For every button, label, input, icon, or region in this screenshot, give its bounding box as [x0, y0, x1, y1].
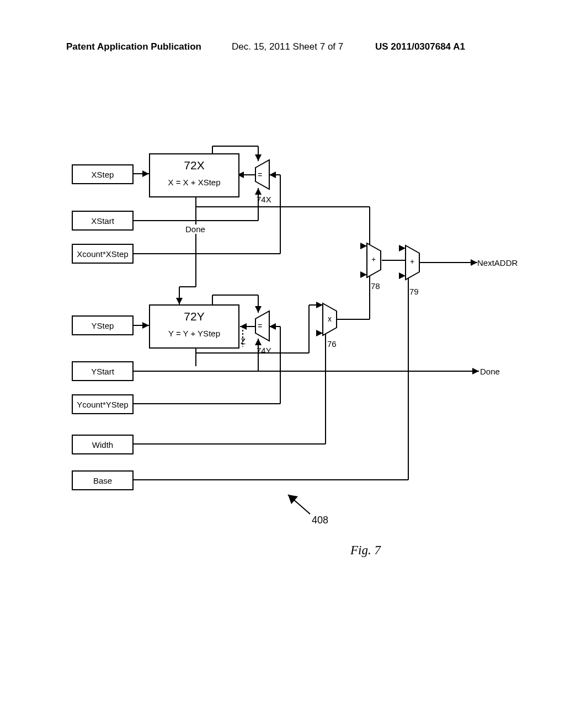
op-plus-78: +: [371, 255, 376, 264]
svg-marker-50: [240, 323, 247, 330]
figure-caption: Fig. 7: [350, 543, 381, 558]
op-eq-74y: =: [258, 322, 262, 330]
wiring-svg: [72, 143, 502, 563]
block-72x-eq: X = X + XStep: [150, 178, 238, 187]
svg-marker-58: [316, 330, 323, 336]
label-76-ref: 76: [327, 339, 337, 349]
svg-marker-52: [471, 259, 477, 266]
block-72y-eq: Y = Y + YStep: [150, 329, 238, 338]
svg-marker-56: [269, 323, 276, 330]
svg-marker-53: [472, 368, 479, 374]
svg-marker-64: [255, 188, 262, 195]
svg-marker-59: [360, 243, 367, 249]
reg-xcount-xstep: Xcount*XStep: [72, 244, 134, 264]
reg-ycount-ystep: Ycount*YStep: [72, 394, 134, 414]
svg-marker-61: [399, 245, 406, 251]
svg-marker-47: [142, 170, 149, 177]
svg-marker-66: [255, 339, 262, 345]
op-plus-79: +: [410, 257, 414, 266]
op-eq-74x: =: [258, 170, 262, 179]
svg-marker-48: [142, 322, 149, 329]
reg-ystart: YStart: [72, 361, 134, 381]
header-left: Patent Application Publication: [66, 41, 201, 52]
block-72y: 72Y Y = Y + YStep: [149, 304, 239, 349]
header-right: US 2011/0307684 A1: [375, 41, 465, 52]
figure-diagram: XStep XStart Xcount*XStep YStep YStart Y…: [72, 143, 502, 540]
reg-width: Width: [72, 435, 134, 454]
reg-xstart: XStart: [72, 211, 134, 231]
label-z: Z: [241, 336, 246, 346]
label-74x-ref: 74X: [257, 195, 271, 204]
header-mid: Dec. 15, 2011 Sheet 7 of 7: [232, 41, 343, 52]
svg-marker-60: [360, 271, 367, 278]
op-x-76: x: [328, 314, 332, 323]
label-done-out: Done: [480, 367, 500, 376]
block-72x: 72X X = X + XStep: [149, 153, 239, 197]
reg-base: Base: [72, 470, 134, 490]
label-408: 408: [312, 515, 328, 526]
svg-marker-51: [176, 298, 183, 304]
reg-xstep: XStep: [72, 164, 134, 184]
label-nextaddr: NextADDR: [477, 258, 518, 267]
label-78-ref: 78: [371, 281, 380, 291]
svg-marker-63: [255, 154, 262, 161]
block-72x-id: 72X: [150, 159, 238, 172]
svg-marker-57: [316, 302, 323, 308]
label-74y-ref: 74Y: [257, 346, 271, 355]
svg-marker-55: [269, 172, 276, 178]
svg-marker-62: [399, 272, 406, 279]
label-done-mid: Done: [185, 224, 205, 234]
label-79-ref: 79: [409, 287, 419, 296]
reg-ystep: YStep: [72, 315, 134, 335]
svg-marker-65: [255, 306, 262, 313]
block-72y-id: 72Y: [150, 310, 238, 323]
